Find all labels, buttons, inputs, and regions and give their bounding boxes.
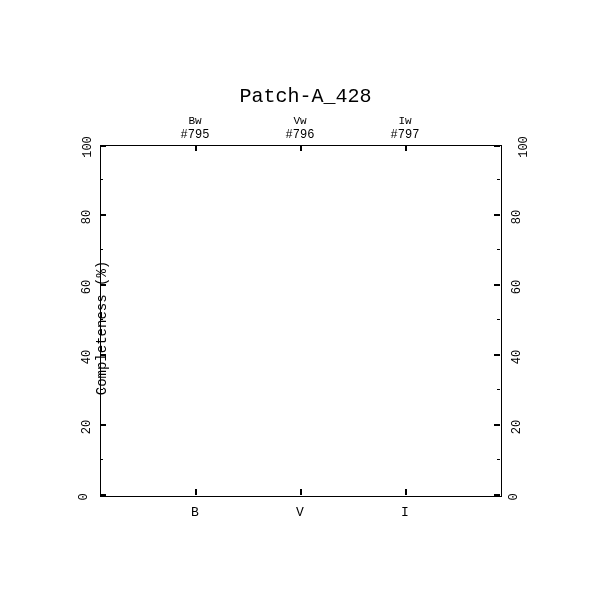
xtick-mark [300, 489, 302, 495]
ytick-mark [100, 494, 106, 496]
xtick-bottom-I: I [390, 505, 420, 520]
ytick-left-0: 0 [77, 493, 91, 500]
plot-area [100, 145, 502, 497]
ytick-mark [100, 284, 106, 286]
ytick-minor [497, 179, 500, 180]
chart-title: Patch-A_428 [0, 85, 611, 108]
ytick-left-80: 80 [80, 210, 94, 224]
ytick-minor [497, 319, 500, 320]
xtick-bottom-B: B [180, 505, 210, 520]
ytick-mark [494, 145, 500, 147]
ytick-right-40: 40 [510, 350, 524, 364]
xtick-mark-top [405, 145, 407, 151]
xtick-mark-top [300, 145, 302, 151]
ytick-right-20: 20 [510, 420, 524, 434]
ytick-right-100: 100 [517, 136, 531, 158]
xtick-mark-top [195, 145, 197, 151]
ytick-left-60: 60 [80, 280, 94, 294]
ytick-minor [100, 459, 103, 460]
ytick-right-80: 80 [510, 210, 524, 224]
ytick-right-60: 60 [510, 280, 524, 294]
xtick-top-Iw: Iw [385, 115, 425, 127]
xtick-mark [195, 489, 197, 495]
ytick-mark [100, 424, 106, 426]
xtick-top-796: #796 [275, 128, 325, 142]
ytick-minor [497, 249, 500, 250]
ytick-mark [494, 214, 500, 216]
ytick-mark [494, 424, 500, 426]
ytick-minor [100, 319, 103, 320]
ytick-mark [494, 284, 500, 286]
xtick-bottom-V: V [285, 505, 315, 520]
ytick-mark [100, 354, 106, 356]
ytick-mark [100, 145, 106, 147]
ytick-left-100: 100 [81, 136, 95, 158]
ytick-minor [100, 179, 103, 180]
ytick-minor [100, 249, 103, 250]
ytick-mark [494, 354, 500, 356]
ytick-minor [497, 459, 500, 460]
ytick-left-40: 40 [80, 350, 94, 364]
xtick-top-Bw: Bw [175, 115, 215, 127]
xtick-top-795: #795 [170, 128, 220, 142]
ytick-mark [494, 494, 500, 496]
ytick-minor [497, 389, 500, 390]
xtick-top-797: #797 [380, 128, 430, 142]
xtick-top-Vw: Vw [280, 115, 320, 127]
ytick-minor [100, 389, 103, 390]
ytick-mark [100, 214, 106, 216]
ytick-left-20: 20 [80, 420, 94, 434]
xtick-mark [405, 489, 407, 495]
ytick-right-0: 0 [507, 493, 521, 500]
